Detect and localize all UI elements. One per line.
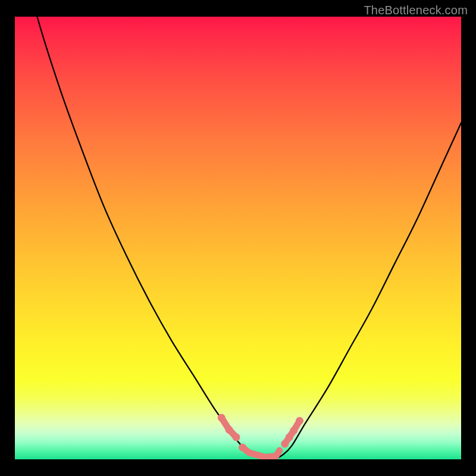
curve-right-branch [265, 123, 461, 459]
plot-area [15, 17, 461, 459]
watermark-text: TheBottleneck.com [364, 4, 468, 17]
marker-dot [286, 433, 293, 441]
marker-dot [290, 427, 298, 434]
marker-dot [239, 443, 246, 451]
marker-dot [226, 426, 233, 434]
optimal-range-dots [218, 414, 303, 452]
marker-dot [296, 417, 303, 425]
chart-frame: TheBottleneck.com [0, 0, 476, 476]
plot-border [15, 17, 461, 459]
curve-left-branch [15, 17, 265, 459]
marker-dot [233, 433, 240, 441]
marker-dot [281, 440, 289, 447]
curve-layer [15, 17, 461, 459]
marker-dot [218, 414, 226, 422]
